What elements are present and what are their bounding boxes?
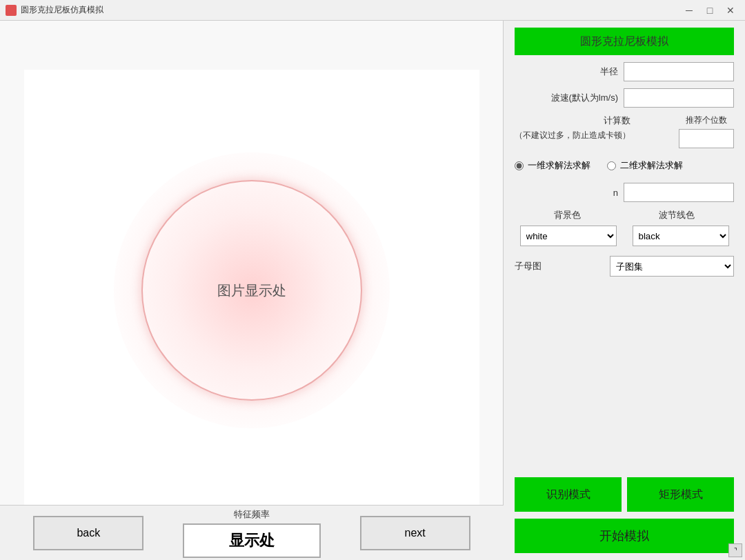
calc-note: （不建议过多，防止造成卡顿） [515,130,630,141]
right-panel: 圆形克拉尼板模拟 半径 波速(默认为lm/s) 计算数 （不建议过多，防止造成卡… [504,21,745,560]
radio-2d[interactable] [607,161,616,170]
radio-row: 一维求解法求解 二维求解法求解 [515,155,734,176]
color-section: 背景色 波节线色 white black gray red blue black… [515,209,734,246]
left-panel: 图片显示处 back 特征频率 显示处 next [0,21,504,560]
subgraph-row: 子母图 子图集 主图 子图 [515,253,734,279]
subgraph-select[interactable]: 子图集 主图 子图 [610,256,734,277]
close-button[interactable]: ✕ [722,3,739,17]
n-input[interactable] [624,183,734,202]
radius-label: 半径 [600,66,618,78]
rect-mode-button[interactable]: 矩形模式 [627,477,734,512]
circle-visualization: 图片显示处 [114,152,390,428]
minimize-button[interactable]: ─ [680,3,698,17]
recommend-label: 推荐个位数 [686,114,727,126]
n-label: n [613,188,618,198]
start-simulate-button[interactable]: 开始模拟 [515,519,734,553]
freq-label: 特征频率 [234,508,270,521]
freq-value-box: 显示处 [183,523,321,558]
wave-color-label: 波节线色 [659,209,695,221]
calc-right: 推荐个位数 [679,114,734,148]
wave-color-select[interactable]: black white red blue green [633,226,729,246]
recommend-input[interactable] [679,129,734,148]
maximize-button[interactable]: □ [701,3,719,17]
resize-handle[interactable]: ⌝ [728,543,742,557]
title-bar-left: 圆形克拉尼板仿真模拟 [6,4,103,16]
frequency-display: 特征频率 显示处 [183,508,321,558]
radio-1d[interactable] [515,161,524,170]
n-row: n [515,183,734,202]
radio-option-2d[interactable]: 二维求解法求解 [607,159,683,172]
radio-2d-label: 二维求解法求解 [620,159,683,172]
bg-color-select[interactable]: white black gray red blue [520,226,617,246]
action-buttons-row: 识别模式 矩形模式 [515,477,734,512]
back-button[interactable]: back [33,516,143,550]
app-icon [6,5,17,16]
radio-1d-label: 一维求解法求解 [528,159,590,172]
wave-speed-label: 波速(默认为lm/s) [551,92,619,104]
bottom-controls: back 特征频率 显示处 next [0,505,504,560]
title-bar: 圆形克拉尼板仿真模拟 ─ □ ✕ [0,0,745,21]
calc-num-label: 计算数 [604,114,630,127]
radius-input[interactable] [624,62,734,81]
image-display-area: 图片显示处 [24,70,479,511]
radius-row: 半径 [515,62,734,81]
wave-speed-row: 波速(默认为lm/s) [515,88,734,108]
color-labels-row: 背景色 波节线色 [515,209,734,221]
next-button[interactable]: next [360,516,470,550]
recognize-mode-button[interactable]: 识别模式 [515,477,622,512]
image-placeholder-text: 图片显示处 [217,281,286,300]
color-selects-row: white black gray red blue black white re… [515,226,734,246]
window-controls: ─ □ ✕ [680,3,739,17]
panel-title-button[interactable]: 圆形克拉尼板模拟 [515,28,734,55]
subgraph-label: 子母图 [515,260,542,272]
bg-color-label: 背景色 [554,209,581,221]
calc-left: 计算数 （不建议过多，防止造成卡顿） [515,114,630,141]
window-title: 圆形克拉尼板仿真模拟 [21,4,103,16]
radio-option-1d[interactable]: 一维求解法求解 [515,159,590,172]
calc-row: 计算数 （不建议过多，防止造成卡顿） 推荐个位数 [515,114,734,148]
wave-speed-input[interactable] [624,88,734,108]
freq-value: 显示处 [229,530,275,551]
main-container: 图片显示处 back 特征频率 显示处 next 圆形克拉尼板模拟 半径 波速(… [0,21,745,560]
